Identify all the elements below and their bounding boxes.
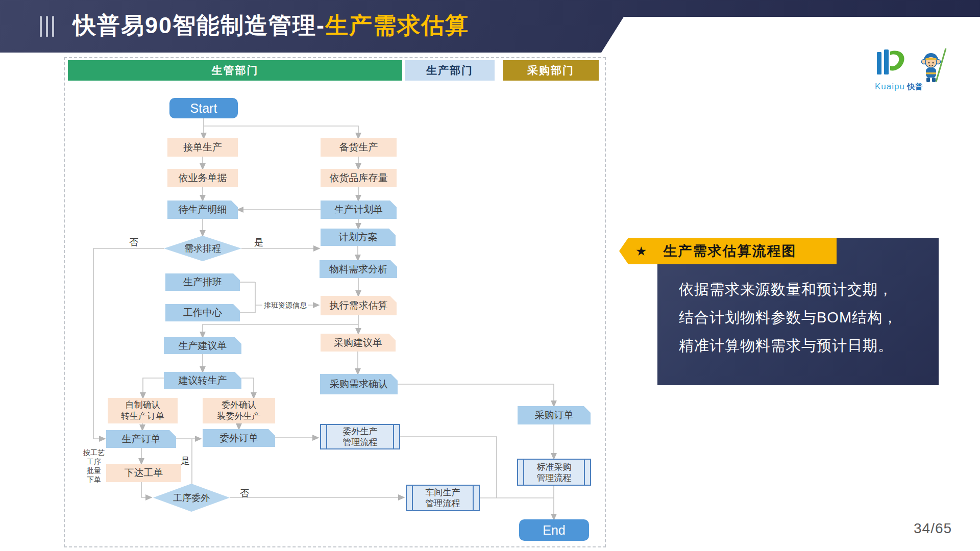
page-number: 34/65	[914, 520, 952, 537]
flow-node-shengchan-paiban: 生产排班	[165, 273, 240, 291]
callout-title: 生产需求估算流程图	[663, 242, 796, 260]
flow-node-beihuo-shengchan: 备货生产	[321, 138, 397, 157]
flow-node-chejian-shengchan-liucheng: 车间生产管理流程	[406, 485, 480, 511]
flow-node-shengchan-jianyidan: 生产建议单	[164, 337, 241, 354]
flow-node-start: Start	[169, 98, 238, 118]
flow-node-weiwai-shengchan-liucheng: 委外生产管理流程	[320, 424, 400, 449]
flow-node-xiada-gongdan: 下达工单	[106, 464, 181, 482]
callout-line-1: 依据需求来源数量和预计交期，	[679, 276, 923, 304]
flow-node-shengchan-jihuadan: 生产计划单	[321, 201, 397, 219]
edge-label-yes-process-outsourcing: 是	[181, 456, 190, 466]
kuaipu-logo: Kuaipu 快普	[875, 48, 965, 91]
flow-node-jianyi-zhuan-shengchan: 建议转生产	[164, 372, 241, 389]
swimlane-purchasing: 采购部门	[503, 60, 599, 81]
flow-node-yi-yewu-danju: 依业务单据	[167, 169, 238, 187]
flow-node-caigou-jianyidan: 采购建议单	[321, 334, 396, 352]
logo-brand-en: Kuaipu	[875, 82, 905, 91]
flow-node-zizhi-queren: 自制确认转生产订单	[108, 398, 178, 423]
logo-brand-cn: 快普	[907, 82, 922, 91]
flow-node-yi-huopin-kucun: 依货品库存量	[321, 169, 397, 187]
flow-node-caigou-xuqiu-queren: 采购需求确认	[320, 374, 398, 394]
flow-node-gongzuo-zhongxin: 工作中心	[165, 304, 240, 321]
flow-note-release-by-process: 按工艺工序批量下单	[81, 448, 107, 484]
flow-node-weiwai-dingdan: 委外订单	[203, 429, 275, 447]
star-icon: ★	[635, 244, 647, 259]
edge-label-yes-demand-scheduling: 是	[254, 237, 263, 247]
title-decoration-bars-icon	[40, 16, 54, 37]
flow-node-jiedan-shengchan: 接单生产	[167, 138, 238, 157]
swimlane-production: 生产部门	[405, 60, 495, 81]
flow-node-weiwai-queren: 委外确认装委外生产	[203, 398, 275, 423]
edge-label-no-demand-scheduling: 否	[129, 237, 138, 247]
callout-title-banner: ★ 生产需求估算流程图	[619, 238, 837, 264]
slide-canvas: 快普易90智能制造管理-生产需求估算 生管部门 生产部门 采购部门 Start接…	[0, 0, 980, 551]
page-title-main: 快普易90智能制造管理-	[73, 12, 325, 38]
page-title-accent: 生产需求估算	[325, 12, 469, 38]
callout-line-2: 结合计划物料参数与BOM结构，	[679, 304, 923, 332]
flow-node-biaozhun-caigou-liucheng: 标准采购管理流程	[517, 459, 591, 486]
page-title: 快普易90智能制造管理-生产需求估算	[73, 10, 469, 41]
flow-node-zhixing-xuqiu-gusuan: 执行需求估算	[321, 296, 397, 315]
flow-node-shengchan-dingdan: 生产订单	[106, 430, 176, 448]
flow-node-end: End	[519, 519, 589, 541]
flow-node-dai-shengchan-mingxi: 待生产明细	[167, 201, 238, 219]
swimlane-production-control: 生管部门	[68, 60, 402, 81]
callout-line-3: 精准计算物料需求与预计日期。	[679, 332, 923, 360]
edge-label-scheduling-resource-info: 排班资源信息	[262, 300, 308, 310]
flow-node-caigou-dingdan: 采购订单	[518, 406, 591, 424]
flow-node-jihua-fangan: 计划方案	[321, 229, 396, 246]
flow-node-wuliao-xuqiu-fenxi: 物料需求分析	[320, 260, 397, 278]
edge-label-no-process-outsourcing: 否	[240, 488, 249, 498]
